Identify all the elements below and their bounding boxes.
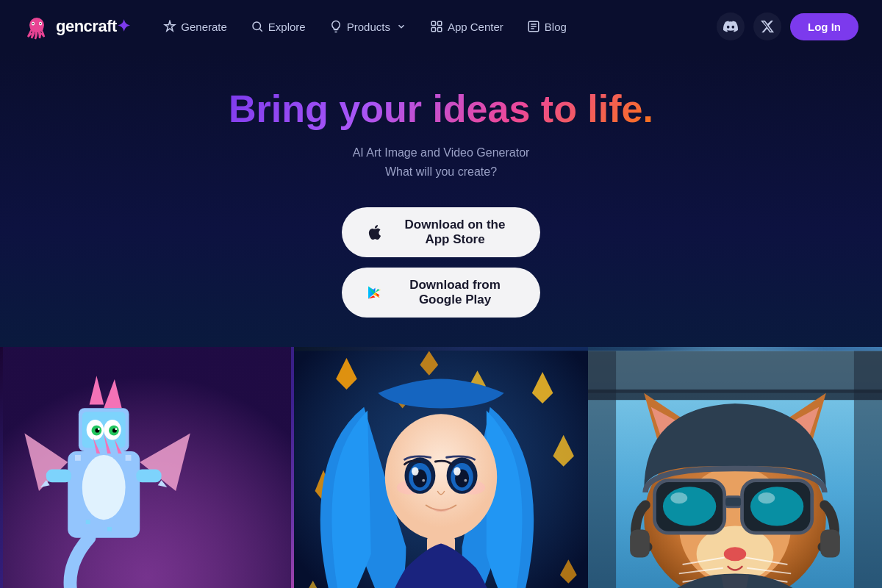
- cat-art: [588, 347, 882, 588]
- nav-explore[interactable]: Explore: [240, 14, 316, 39]
- twitter-button[interactable]: [753, 12, 781, 40]
- svg-rect-29: [46, 470, 71, 483]
- svg-rect-36: [86, 520, 90, 525]
- hero-section: Bring your ideas to life. AI Art Image a…: [0, 53, 882, 347]
- image-girl: [294, 347, 588, 588]
- svg-point-65: [453, 467, 461, 476]
- svg-rect-73: [854, 351, 882, 588]
- svg-point-55: [385, 415, 497, 540]
- image-dragon: [0, 347, 294, 588]
- svg-point-67: [464, 479, 467, 482]
- store-buttons: Download on the App Store: [342, 207, 540, 318]
- chevron-down-icon: [396, 21, 406, 32]
- svg-point-64: [412, 467, 419, 476]
- svg-rect-71: [588, 390, 882, 400]
- discord-icon: [723, 19, 738, 34]
- svg-rect-37: [107, 527, 112, 531]
- svg-rect-83: [725, 497, 742, 507]
- svg-point-84: [663, 487, 716, 526]
- svg-point-23: [98, 429, 100, 431]
- svg-rect-34: [75, 455, 81, 461]
- logo[interactable]: gencraft✦: [24, 13, 129, 40]
- svg-rect-72: [588, 351, 616, 588]
- login-button[interactable]: Log In: [790, 13, 858, 40]
- svg-rect-9: [437, 28, 441, 32]
- nav-generate[interactable]: Generate: [153, 14, 237, 39]
- blog-icon: [527, 20, 540, 33]
- girl-art: [294, 347, 588, 588]
- svg-rect-70: [588, 351, 882, 393]
- nav-app-center[interactable]: App Center: [420, 14, 514, 39]
- svg-point-85: [750, 487, 803, 526]
- svg-rect-35: [126, 455, 132, 461]
- dragon-art: [0, 347, 294, 588]
- svg-point-90: [724, 548, 746, 562]
- hero-subtitle: AI Art Image and Video Generator What wi…: [353, 143, 530, 181]
- svg-point-3: [32, 23, 34, 24]
- hero-title: Bring your ideas to life.: [229, 88, 653, 130]
- svg-point-4: [40, 23, 41, 24]
- nav-links: Generate Explore Products: [153, 14, 717, 39]
- googleplay-button[interactable]: Download from Google Play: [342, 268, 540, 318]
- grid-icon: [430, 20, 443, 33]
- images-grid: [0, 347, 882, 588]
- logo-icon: [24, 13, 50, 40]
- appstore-button[interactable]: Download on the App Store: [342, 207, 540, 257]
- discord-button[interactable]: [717, 12, 745, 40]
- svg-point-5: [253, 22, 261, 30]
- lightbulb-icon: [329, 20, 343, 33]
- logo-text: gencraft✦: [56, 17, 129, 36]
- nav-products[interactable]: Products: [319, 14, 417, 39]
- nav-right: Log In: [717, 12, 858, 40]
- apple-icon: [365, 223, 384, 242]
- svg-point-24: [115, 429, 117, 431]
- svg-rect-89: [820, 530, 840, 558]
- svg-point-66: [422, 479, 425, 482]
- svg-point-28: [82, 455, 126, 520]
- x-icon: [760, 19, 775, 34]
- svg-rect-8: [431, 28, 435, 32]
- sparkle-icon: [163, 20, 176, 33]
- svg-rect-30: [136, 470, 161, 483]
- image-cat: [588, 347, 882, 588]
- nav-blog[interactable]: Blog: [517, 14, 577, 39]
- google-play-icon: [365, 283, 384, 302]
- svg-rect-6: [431, 21, 435, 25]
- navbar: gencraft✦ Generate Explore Products: [0, 0, 882, 53]
- svg-point-86: [670, 492, 687, 503]
- svg-point-87: [758, 492, 775, 503]
- svg-rect-88: [630, 530, 650, 558]
- svg-rect-7: [437, 21, 441, 25]
- search-icon: [251, 20, 264, 33]
